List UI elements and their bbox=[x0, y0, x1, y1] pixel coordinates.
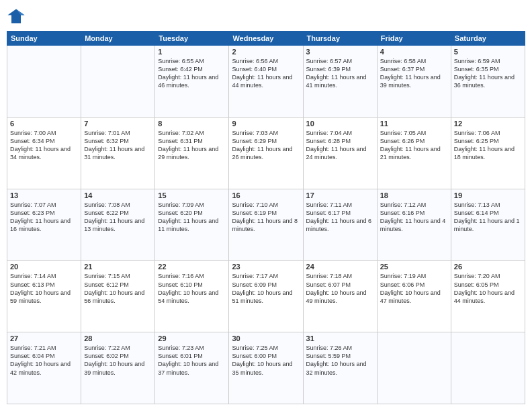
day-number: 14 bbox=[84, 191, 152, 199]
day-number: 26 bbox=[454, 263, 522, 271]
week-row-2: 6Sunrise: 7:00 AMSunset: 6:34 PMDaylight… bbox=[7, 117, 525, 189]
day-info: Sunrise: 6:57 AMSunset: 6:39 PMDaylight:… bbox=[306, 57, 374, 90]
logo-icon bbox=[7, 7, 26, 26]
day-number: 25 bbox=[380, 263, 448, 271]
day-cell: 11Sunrise: 7:05 AMSunset: 6:26 PMDayligh… bbox=[377, 117, 451, 189]
day-cell: 22Sunrise: 7:16 AMSunset: 6:10 PMDayligh… bbox=[155, 261, 229, 332]
day-info: Sunrise: 7:14 AMSunset: 6:13 PMDaylight:… bbox=[10, 272, 78, 305]
day-number: 11 bbox=[380, 120, 448, 128]
week-row-4: 20Sunrise: 7:14 AMSunset: 6:13 PMDayligh… bbox=[7, 261, 525, 332]
col-header-monday: Monday bbox=[81, 32, 155, 46]
day-cell: 6Sunrise: 7:00 AMSunset: 6:34 PMDaylight… bbox=[7, 117, 81, 189]
calendar-table: SundayMondayTuesdayWednesdayThursdayFrid… bbox=[7, 31, 525, 404]
day-cell: 26Sunrise: 7:20 AMSunset: 6:05 PMDayligh… bbox=[451, 261, 525, 332]
day-cell: 24Sunrise: 7:18 AMSunset: 6:07 PMDayligh… bbox=[303, 261, 377, 332]
day-info: Sunrise: 7:15 AMSunset: 6:12 PMDaylight:… bbox=[84, 272, 152, 305]
header-row: SundayMondayTuesdayWednesdayThursdayFrid… bbox=[7, 32, 525, 46]
day-cell: 30Sunrise: 7:25 AMSunset: 6:00 PMDayligh… bbox=[229, 332, 303, 404]
week-row-1: 1Sunrise: 6:55 AMSunset: 6:42 PMDaylight… bbox=[7, 46, 525, 118]
day-number: 10 bbox=[306, 120, 374, 128]
day-info: Sunrise: 7:18 AMSunset: 6:07 PMDaylight:… bbox=[306, 272, 374, 305]
day-number: 29 bbox=[158, 334, 226, 342]
day-info: Sunrise: 7:22 AMSunset: 6:02 PMDaylight:… bbox=[84, 344, 152, 377]
day-number: 12 bbox=[454, 120, 522, 128]
page: SundayMondayTuesdayWednesdayThursdayFrid… bbox=[0, 0, 532, 411]
day-number: 8 bbox=[158, 120, 226, 128]
day-cell: 7Sunrise: 7:01 AMSunset: 6:32 PMDaylight… bbox=[81, 117, 155, 189]
col-header-thursday: Thursday bbox=[303, 32, 377, 46]
day-number: 23 bbox=[232, 263, 300, 271]
day-cell bbox=[81, 46, 155, 118]
day-number: 4 bbox=[380, 48, 448, 56]
header bbox=[7, 7, 525, 26]
day-cell: 18Sunrise: 7:12 AMSunset: 6:16 PMDayligh… bbox=[377, 189, 451, 261]
day-cell: 13Sunrise: 7:07 AMSunset: 6:23 PMDayligh… bbox=[7, 189, 81, 261]
day-info: Sunrise: 7:11 AMSunset: 6:17 PMDaylight:… bbox=[306, 201, 374, 234]
day-number: 28 bbox=[84, 334, 152, 342]
day-cell: 1Sunrise: 6:55 AMSunset: 6:42 PMDaylight… bbox=[155, 46, 229, 118]
day-number: 27 bbox=[10, 334, 78, 342]
day-info: Sunrise: 7:06 AMSunset: 6:25 PMDaylight:… bbox=[454, 129, 522, 162]
day-info: Sunrise: 7:12 AMSunset: 6:16 PMDaylight:… bbox=[380, 201, 448, 234]
day-info: Sunrise: 7:05 AMSunset: 6:26 PMDaylight:… bbox=[380, 129, 448, 162]
day-info: Sunrise: 6:55 AMSunset: 6:42 PMDaylight:… bbox=[158, 57, 226, 90]
day-info: Sunrise: 7:23 AMSunset: 6:01 PMDaylight:… bbox=[158, 344, 226, 377]
day-number: 3 bbox=[306, 48, 374, 56]
day-info: Sunrise: 7:03 AMSunset: 6:29 PMDaylight:… bbox=[232, 129, 300, 162]
day-info: Sunrise: 7:13 AMSunset: 6:14 PMDaylight:… bbox=[454, 201, 522, 234]
day-info: Sunrise: 7:09 AMSunset: 6:20 PMDaylight:… bbox=[158, 201, 226, 234]
day-number: 2 bbox=[232, 48, 300, 56]
day-number: 31 bbox=[306, 334, 374, 342]
day-cell: 19Sunrise: 7:13 AMSunset: 6:14 PMDayligh… bbox=[451, 189, 525, 261]
day-info: Sunrise: 6:59 AMSunset: 6:35 PMDaylight:… bbox=[454, 57, 522, 90]
day-number: 15 bbox=[158, 191, 226, 199]
day-cell: 4Sunrise: 6:58 AMSunset: 6:37 PMDaylight… bbox=[377, 46, 451, 118]
day-cell: 9Sunrise: 7:03 AMSunset: 6:29 PMDaylight… bbox=[229, 117, 303, 189]
day-info: Sunrise: 7:08 AMSunset: 6:22 PMDaylight:… bbox=[84, 201, 152, 234]
day-info: Sunrise: 6:58 AMSunset: 6:37 PMDaylight:… bbox=[380, 57, 448, 90]
day-info: Sunrise: 7:26 AMSunset: 5:59 PMDaylight:… bbox=[306, 344, 374, 377]
day-cell bbox=[377, 332, 451, 404]
day-number: 5 bbox=[454, 48, 522, 56]
week-row-3: 13Sunrise: 7:07 AMSunset: 6:23 PMDayligh… bbox=[7, 189, 525, 261]
day-info: Sunrise: 7:10 AMSunset: 6:19 PMDaylight:… bbox=[232, 201, 300, 234]
col-header-friday: Friday bbox=[377, 32, 451, 46]
day-cell: 15Sunrise: 7:09 AMSunset: 6:20 PMDayligh… bbox=[155, 189, 229, 261]
day-cell: 21Sunrise: 7:15 AMSunset: 6:12 PMDayligh… bbox=[81, 261, 155, 332]
day-number: 13 bbox=[10, 191, 78, 199]
day-info: Sunrise: 7:16 AMSunset: 6:10 PMDaylight:… bbox=[158, 272, 226, 305]
day-cell: 12Sunrise: 7:06 AMSunset: 6:25 PMDayligh… bbox=[451, 117, 525, 189]
day-cell: 14Sunrise: 7:08 AMSunset: 6:22 PMDayligh… bbox=[81, 189, 155, 261]
col-header-sunday: Sunday bbox=[7, 32, 81, 46]
logo bbox=[7, 7, 28, 26]
day-cell: 25Sunrise: 7:19 AMSunset: 6:06 PMDayligh… bbox=[377, 261, 451, 332]
svg-marker-0 bbox=[7, 9, 24, 24]
day-info: Sunrise: 7:00 AMSunset: 6:34 PMDaylight:… bbox=[10, 129, 78, 162]
day-number: 24 bbox=[306, 263, 374, 271]
day-cell: 23Sunrise: 7:17 AMSunset: 6:09 PMDayligh… bbox=[229, 261, 303, 332]
day-cell: 3Sunrise: 6:57 AMSunset: 6:39 PMDaylight… bbox=[303, 46, 377, 118]
day-number: 1 bbox=[158, 48, 226, 56]
day-info: Sunrise: 7:04 AMSunset: 6:28 PMDaylight:… bbox=[306, 129, 374, 162]
day-cell: 17Sunrise: 7:11 AMSunset: 6:17 PMDayligh… bbox=[303, 189, 377, 261]
day-number: 6 bbox=[10, 120, 78, 128]
day-info: Sunrise: 6:56 AMSunset: 6:40 PMDaylight:… bbox=[232, 57, 300, 90]
day-number: 19 bbox=[454, 191, 522, 199]
day-number: 18 bbox=[380, 191, 448, 199]
day-number: 30 bbox=[232, 334, 300, 342]
day-number: 17 bbox=[306, 191, 374, 199]
day-cell: 2Sunrise: 6:56 AMSunset: 6:40 PMDaylight… bbox=[229, 46, 303, 118]
col-header-wednesday: Wednesday bbox=[229, 32, 303, 46]
day-info: Sunrise: 7:07 AMSunset: 6:23 PMDaylight:… bbox=[10, 201, 78, 234]
day-cell: 5Sunrise: 6:59 AMSunset: 6:35 PMDaylight… bbox=[451, 46, 525, 118]
day-number: 22 bbox=[158, 263, 226, 271]
day-info: Sunrise: 7:02 AMSunset: 6:31 PMDaylight:… bbox=[158, 129, 226, 162]
day-cell bbox=[7, 46, 81, 118]
day-info: Sunrise: 7:21 AMSunset: 6:04 PMDaylight:… bbox=[10, 344, 78, 377]
day-info: Sunrise: 7:19 AMSunset: 6:06 PMDaylight:… bbox=[380, 272, 448, 305]
day-cell: 31Sunrise: 7:26 AMSunset: 5:59 PMDayligh… bbox=[303, 332, 377, 404]
day-cell bbox=[451, 332, 525, 404]
week-row-5: 27Sunrise: 7:21 AMSunset: 6:04 PMDayligh… bbox=[7, 332, 525, 404]
day-info: Sunrise: 7:01 AMSunset: 6:32 PMDaylight:… bbox=[84, 129, 152, 162]
day-number: 9 bbox=[232, 120, 300, 128]
